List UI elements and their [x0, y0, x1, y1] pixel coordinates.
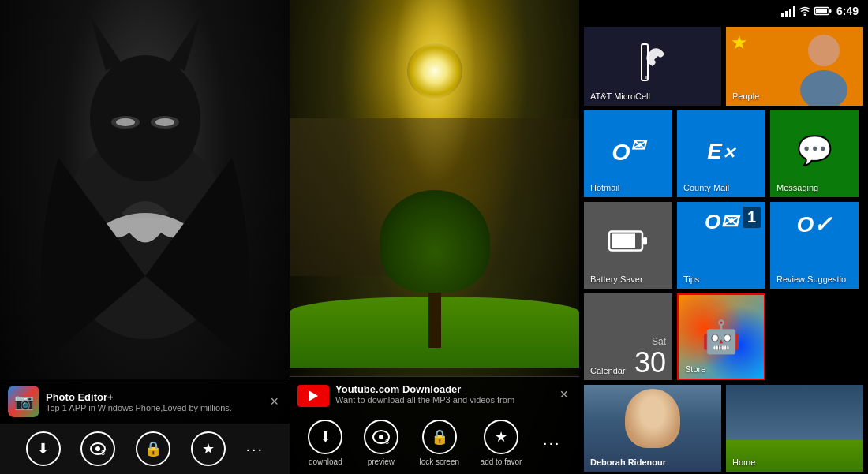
favorite-button-2[interactable]: ★: [484, 420, 518, 454]
svg-rect-22: [643, 237, 647, 244]
moon: [407, 43, 462, 99]
ad-text-2: Youtube.com Downloader Want to download …: [335, 383, 550, 405]
tile-hotmail[interactable]: O✉ Hotmail: [584, 110, 672, 197]
svg-rect-21: [612, 233, 635, 248]
ad-title-1: Photo Editor+: [46, 391, 260, 403]
svg-rect-17: [829, 9, 832, 13]
preview-item[interactable]: 8 preview: [364, 420, 398, 466]
tiles-container: AT&T MicroCell ★ People O✉: [579, 22, 868, 474]
more-button-1[interactable]: ···: [245, 440, 264, 458]
download-label: download: [309, 457, 342, 466]
svg-text:8: 8: [101, 449, 105, 456]
phone-icon: [637, 43, 668, 82]
toolbar-2: ⬇ download 8 preview 🔒 lock screen ★: [290, 413, 579, 474]
lockscreen-item[interactable]: 🔒 lock screen: [419, 420, 459, 466]
panel-batman: 📷 Photo Editor+ Top 1 APP in Windows Pho…: [0, 0, 290, 474]
panel-wp-home: 6:49 AT&T MicroCell ★: [579, 0, 868, 474]
preview-button-1[interactable]: 8: [80, 431, 115, 466]
store-label: Store: [685, 364, 705, 374]
favorite-button-1[interactable]: ★: [191, 431, 226, 466]
youtube-icon: [297, 385, 329, 407]
tile-store[interactable]: 🤖 Store: [677, 293, 765, 380]
ad-title-2: Youtube.com Downloader: [335, 383, 550, 395]
preview-button-2[interactable]: 8: [364, 420, 398, 454]
review-icon: O✓: [797, 211, 832, 237]
tree-trunk: [428, 285, 441, 348]
svg-marker-2: [90, 16, 122, 71]
person-face: [625, 389, 680, 448]
ad-subtitle-2: Want to download all the MP3 and videos …: [335, 395, 550, 405]
ad-close-2[interactable]: ×: [556, 383, 571, 406]
ad-banner-2[interactable]: Youtube.com Downloader Want to download …: [290, 376, 579, 413]
tiles-row-1: AT&T MicroCell ★ People: [584, 27, 863, 106]
batman-image: [19, 0, 271, 363]
home-sky: [726, 385, 863, 440]
microcell-label: AT&T MicroCell: [590, 91, 650, 101]
svg-point-12: [379, 435, 383, 439]
tile-tips[interactable]: O✉ 1 Tips: [677, 202, 765, 289]
panel2-bottom-bar: Youtube.com Downloader Want to download …: [290, 376, 579, 474]
tile-calendar[interactable]: Sat 30 Calendar: [584, 293, 672, 380]
youtube-play-icon: [309, 390, 318, 401]
tile-messaging[interactable]: 💬 Messaging: [770, 110, 859, 197]
lock-button-1[interactable]: 🔒: [136, 431, 170, 466]
battery-icon: [814, 6, 832, 16]
tile-microcell[interactable]: AT&T MicroCell: [584, 27, 721, 106]
status-icons: [781, 6, 832, 17]
calendar-label: Calendar: [590, 366, 626, 375]
tiles-row-2: O✉ Hotmail E✕ County Mail 💬 Messaging: [584, 110, 863, 197]
tiles-row-4: Sat 30 Calendar 🤖 Store: [584, 293, 863, 380]
favorite-label: add to favor: [481, 457, 522, 466]
calendar-day: Sat: [652, 336, 666, 347]
panel1-bottom-bar: 📷 Photo Editor+ Top 1 APP in Windows Pho…: [0, 379, 290, 474]
hotmail-label: Hotmail: [590, 183, 619, 192]
people-label: People: [732, 91, 759, 101]
download-item[interactable]: ⬇ download: [308, 420, 342, 466]
battery-tile-icon: [608, 228, 648, 256]
bar2: [785, 11, 788, 17]
svg-point-9: [95, 446, 100, 451]
svg-point-18: [808, 35, 840, 66]
panel-landscape: Youtube.com Downloader Want to download …: [290, 0, 579, 474]
svg-text:8: 8: [385, 438, 389, 445]
tile-battery[interactable]: Battery Saver: [584, 202, 672, 289]
status-bar: 6:49: [579, 0, 868, 22]
home-label: Home: [732, 457, 755, 467]
download-button-1[interactable]: ⬇: [26, 431, 61, 466]
preview-label: preview: [368, 457, 395, 466]
calendar-date: 30: [634, 349, 666, 377]
tree: [380, 190, 490, 348]
messaging-label: Messaging: [776, 183, 818, 192]
tile-countymail[interactable]: E✕ County Mail: [677, 110, 765, 197]
lockscreen-label: lock screen: [419, 457, 459, 466]
status-time: 6:49: [836, 5, 859, 17]
tile-people[interactable]: ★ People: [726, 27, 863, 106]
lockscreen-button[interactable]: 🔒: [422, 420, 457, 454]
person-name: Deborah Ridenour: [590, 457, 666, 467]
wifi-icon: [799, 6, 811, 16]
download-button-2[interactable]: ⬇: [308, 420, 342, 454]
hotmail-icon: O✉: [612, 136, 644, 166]
bar4: [793, 6, 795, 17]
tile-home-screen[interactable]: Home: [726, 385, 863, 472]
tile-review[interactable]: O✓ Review Suggestio: [770, 202, 859, 289]
tips-label: Tips: [683, 274, 699, 284]
svg-point-19: [800, 70, 847, 106]
favorite-item[interactable]: ★ add to favor: [481, 420, 522, 466]
svg-point-7: [155, 118, 174, 126]
tips-icon: O✉: [705, 210, 738, 234]
svg-rect-16: [816, 9, 827, 13]
bar3: [789, 9, 791, 17]
messaging-icon: 💬: [797, 134, 832, 167]
tips-badge: 1: [743, 207, 761, 228]
battery-label: Battery Saver: [590, 274, 643, 284]
more-button-2[interactable]: ···: [543, 434, 561, 452]
ad-close-1[interactable]: ×: [267, 390, 282, 413]
countymail-label: County Mail: [683, 183, 729, 192]
review-label: Review Suggestio: [776, 274, 846, 284]
ad-banner-1[interactable]: 📷 Photo Editor+ Top 1 APP in Windows Pho…: [0, 379, 290, 424]
star-icon: ★: [731, 32, 748, 54]
tile-photo[interactable]: Deborah Ridenour: [584, 385, 721, 472]
tree-canopy: [380, 190, 490, 293]
svg-point-6: [116, 118, 135, 126]
